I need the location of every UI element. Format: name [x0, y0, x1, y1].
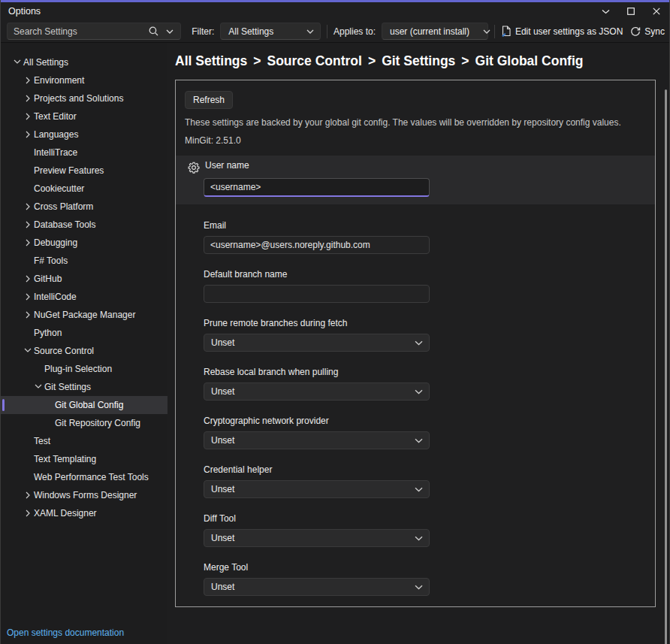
breadcrumb-part-git-settings: Git Settings: [382, 53, 455, 68]
sidebar-item-intellitrace[interactable]: IntelliTrace: [1, 144, 168, 162]
chevron-right-icon: [22, 203, 34, 210]
sidebar-item-test[interactable]: Test: [1, 432, 168, 450]
sidebar-item-label: IntelliCode: [34, 292, 77, 302]
chevron-down-icon: [415, 487, 423, 492]
search-input[interactable]: [14, 26, 145, 37]
sidebar-item-windows-forms-designer[interactable]: Windows Forms Designer: [1, 486, 168, 504]
sidebar-item-text-editor[interactable]: Text Editor: [1, 107, 168, 125]
field-default-branch-name: Default branch name: [204, 269, 646, 303]
chevron-right-icon: [22, 221, 34, 228]
sync-button[interactable]: Sync: [630, 26, 665, 37]
sidebar-item-label: Web Performance Test Tools: [34, 472, 149, 482]
cryptographic-network-provider-select[interactable]: Unset: [204, 431, 430, 449]
toolbar-separator: [327, 25, 327, 38]
field-prune-remote-branches-during-fetch: Prune remote branches during fetchUnset: [204, 318, 646, 352]
sync-label: Sync: [644, 26, 665, 37]
sidebar-item-preview-features[interactable]: Preview Features: [1, 162, 168, 180]
sidebar-item-label: Database Tools: [34, 219, 96, 230]
merge-tool-select[interactable]: Unset: [204, 578, 430, 596]
chevron-down-icon: [306, 29, 314, 34]
toolbar-separator: [494, 25, 495, 38]
field-label: Merge Tool: [204, 562, 646, 573]
sidebar-item-projects-and-solutions[interactable]: Projects and Solutions: [1, 89, 168, 107]
chevron-right-icon: [22, 131, 34, 138]
search-icon[interactable]: [145, 26, 162, 36]
sidebar-item-all-settings[interactable]: All Settings: [1, 53, 168, 71]
open-settings-documentation-link[interactable]: Open settings documentation: [7, 627, 124, 638]
main-area: All SettingsEnvironmentProjects and Solu…: [1, 43, 669, 644]
search-options-chevron-icon[interactable]: [162, 29, 177, 34]
sidebar-item-git-repository-config[interactable]: Git Repository Config: [1, 414, 168, 432]
window-controls: [593, 2, 669, 20]
sidebar-item-text-templating[interactable]: Text Templating: [1, 450, 168, 468]
sidebar-item-label: Debugging: [34, 237, 77, 248]
sidebar-item-f-tools[interactable]: F# Tools: [1, 252, 168, 270]
search-settings-box[interactable]: [7, 23, 181, 40]
sidebar-item-label: Git Settings: [44, 382, 91, 392]
sidebar-item-label: Preview Features: [34, 165, 104, 176]
refresh-button[interactable]: Refresh: [185, 91, 233, 109]
chevron-down-icon: [602, 9, 610, 14]
field-rebase-local-branch-when-pulling: Rebase local branch when pullingUnset: [204, 367, 646, 401]
sidebar-item-environment[interactable]: Environment: [1, 71, 168, 89]
chevron-down-icon: [415, 438, 423, 443]
sidebar-item-label: GitHub: [34, 274, 62, 284]
sidebar-item-git-settings[interactable]: Git Settings: [1, 378, 168, 396]
close-button[interactable]: [644, 2, 669, 20]
sidebar-item-python[interactable]: Python: [1, 324, 168, 342]
sidebar-item-database-tools[interactable]: Database Tools: [1, 216, 168, 234]
diff-tool-select[interactable]: Unset: [204, 529, 430, 547]
settings-tree: All SettingsEnvironmentProjects and Solu…: [1, 53, 168, 522]
minimize-button[interactable]: [593, 2, 618, 20]
rebase-local-branch-when-pulling-select[interactable]: Unset: [204, 382, 430, 401]
filter-dropdown[interactable]: All Settings: [220, 23, 321, 40]
sidebar-item-intellicode[interactable]: IntelliCode: [1, 288, 168, 306]
git-global-config-panel: Refresh These settings are backed by you…: [175, 80, 656, 607]
sidebar-item-label: Text Templating: [34, 454, 96, 464]
user-name-input[interactable]: [204, 178, 430, 197]
field-email: Email: [204, 220, 646, 254]
default-branch-name-input[interactable]: [204, 285, 430, 303]
field-label: Cryptographic network provider: [204, 416, 646, 427]
sidebar-item-debugging[interactable]: Debugging: [1, 234, 168, 252]
sidebar-item-xaml-designer[interactable]: XAML Designer: [1, 504, 168, 522]
sidebar-item-label: Git Repository Config: [55, 418, 140, 428]
prune-remote-branches-during-fetch-select[interactable]: Unset: [204, 334, 430, 352]
select-value: Unset: [211, 484, 234, 494]
breadcrumb-part-source-control: Source Control: [267, 53, 362, 68]
sidebar-item-cross-platform[interactable]: Cross Platform: [1, 198, 168, 216]
settings-fields: User nameEmailDefault branch namePrune r…: [185, 156, 646, 596]
field-label: Prune remote branches during fetch: [204, 318, 646, 329]
sidebar-item-github[interactable]: GitHub: [1, 270, 168, 288]
panel-description: These settings are backed by your global…: [185, 117, 646, 128]
select-value: Unset: [211, 582, 234, 592]
sidebar-item-web-performance-test-tools[interactable]: Web Performance Test Tools: [1, 468, 168, 486]
select-value: Unset: [211, 533, 234, 543]
filter-label: Filter:: [192, 26, 214, 37]
select-value: Unset: [211, 435, 234, 446]
edit-json-button[interactable]: Edit user settings as JSON: [501, 26, 623, 37]
close-icon: [653, 8, 660, 15]
sidebar-item-git-global-config[interactable]: Git Global Config: [1, 396, 168, 414]
credential-helper-select[interactable]: Unset: [204, 480, 430, 498]
chevron-down-icon: [415, 585, 423, 590]
maximize-button[interactable]: [618, 2, 644, 20]
applies-to-dropdown[interactable]: user (current install): [382, 23, 488, 40]
field-diff-tool: Diff ToolUnset: [204, 513, 646, 547]
gear-icon[interactable]: [188, 162, 200, 174]
sidebar-item-cookiecutter[interactable]: Cookiecutter: [1, 180, 168, 198]
chevron-down-icon: [483, 29, 490, 34]
edit-json-label: Edit user settings as JSON: [515, 26, 623, 37]
breadcrumb-part-all-settings: All Settings: [175, 53, 247, 68]
sidebar-item-label: All Settings: [23, 57, 68, 68]
vertical-scrollbar[interactable]: [665, 89, 667, 644]
chevron-down-icon: [415, 340, 423, 346]
window-title: Options: [8, 6, 41, 17]
sidebar-item-plug-in-selection[interactable]: Plug-in Selection: [1, 360, 168, 378]
sidebar-item-source-control[interactable]: Source Control: [1, 342, 168, 360]
sidebar-item-languages[interactable]: Languages: [1, 125, 168, 144]
sidebar-item-label: Windows Forms Designer: [34, 490, 137, 500]
breadcrumb-part-git-global-config: Git Global Config: [475, 53, 584, 68]
email-input[interactable]: [204, 236, 430, 254]
sidebar-item-nuget-package-manager[interactable]: NuGet Package Manager: [1, 306, 168, 324]
